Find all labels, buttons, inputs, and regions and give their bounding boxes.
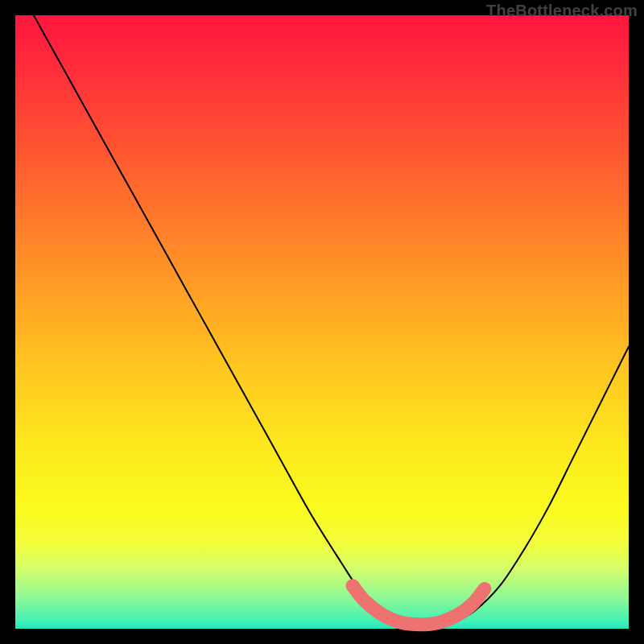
bottleneck-chart	[0, 0, 644, 644]
tolerance-band	[353, 586, 485, 625]
bottleneck-curve	[34, 15, 629, 625]
